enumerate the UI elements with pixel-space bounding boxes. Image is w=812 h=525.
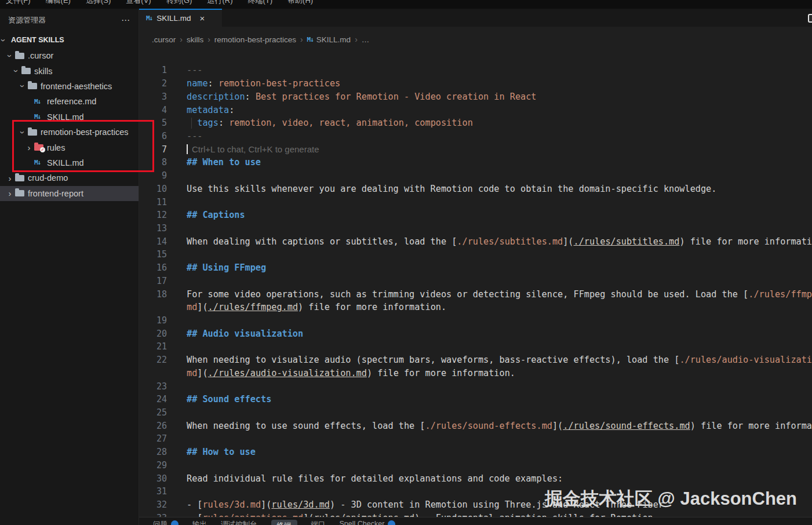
code-line-text: ## How to use [167, 446, 812, 459]
code-line-text [167, 432, 812, 446]
menu-item[interactable]: 终端(T) [247, 0, 272, 6]
code-line[interactable]: 29 [139, 459, 812, 472]
token: rules/3d.md [202, 500, 261, 510]
code-line[interactable]: 30Read individual rule files for detaile… [139, 472, 812, 485]
code-line-text [167, 275, 812, 288]
tree-item-rules[interactable]: ›✓rules [0, 140, 139, 155]
chevron-down-icon[interactable]: › [12, 66, 21, 76]
line-number: 25 [139, 407, 167, 418]
chevron-down-icon[interactable]: › [18, 127, 28, 137]
breadcrumb-item[interactable]: .cursor [152, 35, 176, 44]
code-line[interactable]: 19 [139, 314, 812, 327]
code-line[interactable]: 16## Using FFmpeg [139, 261, 812, 275]
tree-item-remotion-best-practices[interactable]: ›remotion-best-practices [0, 125, 139, 140]
panel-tab-spell-checker[interactable]: Spell Checker [340, 520, 396, 525]
breadcrumb: .cursor›skills›remotion-best-practices›M… [139, 27, 812, 52]
panel-tab-调试控制台[interactable]: 调试控制台 [221, 520, 257, 525]
token: ./rules/subtitles.md [574, 236, 680, 247]
tree-item--cursor[interactable]: ›.cursor [0, 48, 139, 63]
close-icon[interactable]: × [200, 13, 205, 23]
code-line[interactable]: 8## When to use [139, 156, 812, 169]
code-line[interactable]: 17 [139, 275, 812, 288]
code-line[interactable]: 7Ctrl+L to chat, Ctrl+K to generate [139, 143, 812, 156]
code-line[interactable]: 10Use this skills whenever you are deali… [139, 182, 812, 195]
tree-item-frontend-aesthetics[interactable]: ›frontend-aesthetics [0, 79, 139, 94]
menu-item[interactable]: 运行(R) [207, 0, 232, 6]
code-line[interactable]: 15 [139, 248, 812, 261]
check-badge-icon: ✓ [40, 147, 45, 152]
code-line[interactable]: md](./rules/ffmpeg.md) file for more inf… [139, 301, 812, 314]
tab-skill-md[interactable]: M↓ SKILL.md × [139, 9, 222, 27]
code-line[interactable]: 22When needing to visualize audio (spect… [139, 353, 812, 367]
code-line-text: When dealing with captions or subtitles,… [167, 235, 812, 248]
code-line[interactable]: 12## Captions [139, 209, 812, 222]
tree-item-crud-demo[interactable]: ›crud-demo [0, 170, 139, 185]
menu-item[interactable]: 文件(F) [6, 0, 31, 6]
panel-tab-端口[interactable]: 端口 [311, 520, 326, 525]
token: ./rules/audio-visualization. [679, 355, 812, 365]
code-line[interactable]: 14When dealing with captions or subtitle… [139, 235, 812, 248]
token: tags [197, 118, 219, 128]
code-line[interactable]: 21 [139, 340, 812, 353]
tree-item-skill-md[interactable]: ›M↓SKILL.md [0, 155, 139, 170]
menu-item[interactable]: 转到(G) [166, 0, 192, 6]
breadcrumb-item[interactable]: … [362, 35, 370, 44]
chevron-right-icon[interactable]: › [5, 188, 15, 198]
line-number: 32 [139, 500, 167, 510]
code-line-text: When needing to use sound effects, load … [167, 419, 812, 432]
panel-tab-输出[interactable]: 输出 [192, 520, 207, 525]
chevron-right-icon[interactable]: › [5, 173, 15, 183]
tree-item-skills[interactable]: ›skills [0, 63, 139, 78]
code-line[interactable]: 24## Sound effects [139, 393, 812, 406]
panel-tab-终端[interactable]: 终端 [271, 520, 297, 525]
breadcrumb-separator-icon: › [300, 35, 303, 44]
code-view[interactable]: 1---2name: remotion-best-practices3descr… [139, 61, 812, 524]
chevron-down-icon[interactable]: › [5, 50, 15, 61]
breadcrumb-item[interactable]: remotion-best-practices [214, 35, 296, 44]
panel-tab-问题[interactable]: 问题 [153, 520, 179, 525]
tree-item-frontend-report[interactable]: ›frontend-report [0, 186, 139, 201]
code-line[interactable]: 9 [139, 169, 812, 183]
tree-item-label: frontend-report [28, 189, 83, 198]
line-number: 27 [139, 433, 167, 444]
menu-item[interactable]: 帮助(H) [287, 0, 313, 6]
menu-item[interactable]: 编辑(E) [46, 0, 71, 6]
breadcrumb-item[interactable]: M↓SKILL.md [307, 35, 351, 44]
token [187, 118, 197, 128]
code-line[interactable]: 20## Audio visualization [139, 327, 812, 340]
editor-actions-icon[interactable] [808, 14, 812, 23]
markdown-icon: M↓ [307, 36, 314, 43]
menu-item[interactable]: 查看(V) [126, 0, 151, 6]
tree-item-skill-md[interactable]: ›M↓SKILL.md [0, 110, 139, 125]
code-line[interactable]: 5 tags: remotion, video, react, animatio… [139, 116, 812, 130]
code-line[interactable]: 1--- [139, 64, 812, 77]
code-line[interactable]: 2name: remotion-best-practices [139, 77, 812, 90]
chevron-right-icon[interactable]: › [24, 143, 34, 152]
tree-item-reference-md[interactable]: ›M↓reference.md [0, 94, 139, 109]
code-line[interactable]: 23 [139, 380, 812, 393]
code-line[interactable]: 28## How to use [139, 446, 812, 459]
code-line[interactable]: 26When needing to use sound effects, loa… [139, 419, 812, 432]
code-line[interactable]: md](./rules/audio-visualization.md) file… [139, 367, 812, 380]
token: --- [187, 131, 202, 141]
more-actions-icon[interactable]: ⋯ [121, 15, 130, 25]
line-number: 21 [139, 341, 167, 352]
breadcrumb-item[interactable]: skills [187, 35, 203, 44]
code-line-text: ## Captions [167, 209, 812, 222]
token: ]( [563, 236, 573, 247]
code-line[interactable]: 13 [139, 222, 812, 235]
code-line[interactable]: 4metadata: [139, 103, 812, 116]
line-number: 26 [139, 421, 167, 431]
section-header-agent-skills[interactable]: › AGENT SKILLS [0, 32, 139, 48]
code-line[interactable]: 3description: Best practices for Remotio… [139, 90, 812, 103]
code-line[interactable]: 18For some video operations, such as tri… [139, 287, 812, 301]
code-line[interactable]: 25 [139, 406, 812, 420]
markdown-icon: M↓ [34, 98, 41, 105]
code-line[interactable]: 11 [139, 195, 812, 209]
token: - [187, 500, 197, 510]
chevron-down-icon[interactable]: › [18, 81, 28, 92]
menu-item[interactable]: 选择(S) [86, 0, 111, 6]
code-line[interactable]: 6--- [139, 130, 812, 143]
code-line[interactable]: 27 [139, 432, 812, 446]
token: ) [367, 368, 372, 378]
